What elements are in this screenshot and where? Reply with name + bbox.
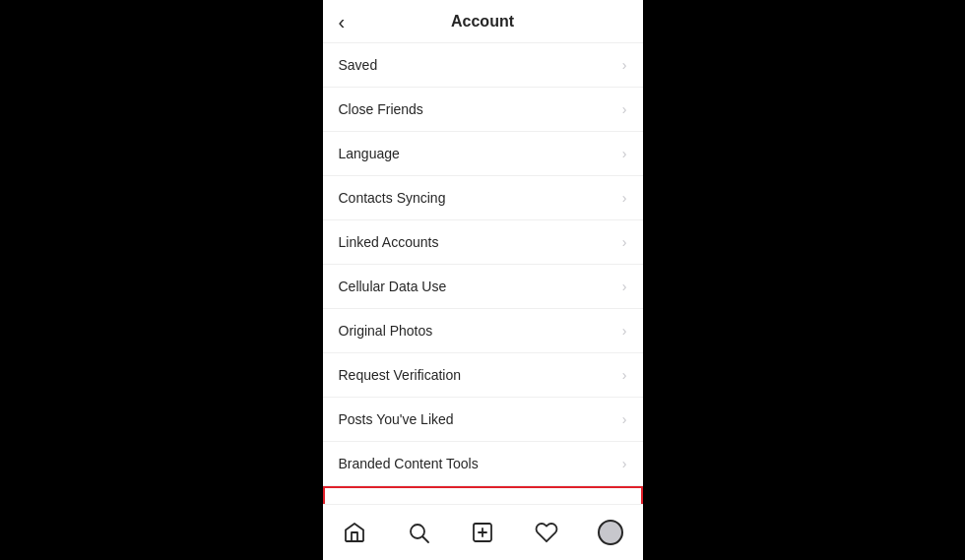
bottom-nav	[323, 504, 643, 560]
nav-activity-button[interactable]	[527, 513, 566, 552]
nav-new-post-button[interactable]	[463, 513, 502, 552]
menu-item-label: Close Friends	[339, 101, 423, 117]
menu-item-cellular-data-use[interactable]: Cellular Data Use ›	[323, 265, 643, 309]
phone-screen: ‹ Account Saved › Close Friends › Langua…	[323, 0, 643, 560]
menu-item-branded-content-tools[interactable]: Branded Content Tools ›	[323, 442, 643, 486]
chevron-icon: ›	[622, 279, 627, 294]
menu-item-label: Original Photos	[339, 323, 433, 339]
profile-avatar	[598, 520, 623, 545]
nav-profile-button[interactable]	[591, 513, 630, 552]
chevron-icon: ›	[622, 323, 627, 339]
menu-item-label: Request Verification	[339, 367, 462, 383]
menu-item-label: Posts You've Liked	[339, 411, 454, 427]
menu-item-language[interactable]: Language ›	[323, 132, 643, 176]
menu-item-contacts-syncing[interactable]: Contacts Syncing ›	[323, 176, 643, 220]
chevron-icon: ›	[622, 411, 627, 427]
chevron-icon: ›	[622, 456, 627, 471]
nav-home-button[interactable]	[335, 513, 374, 552]
menu-item-original-photos[interactable]: Original Photos ›	[323, 309, 643, 353]
menu-item-posts-youve-liked[interactable]: Posts You've Liked ›	[323, 398, 643, 442]
menu-item-linked-accounts[interactable]: Linked Accounts ›	[323, 220, 643, 265]
chevron-icon: ›	[622, 234, 627, 250]
page-header: ‹ Account	[323, 0, 643, 43]
menu-item-label: Contacts Syncing	[339, 190, 446, 206]
page-title: Account	[451, 13, 514, 31]
nav-search-button[interactable]	[399, 513, 438, 552]
menu-item-close-friends[interactable]: Close Friends ›	[323, 88, 643, 132]
back-button[interactable]: ‹	[339, 12, 346, 31]
menu-item-label: Language	[339, 146, 400, 161]
chevron-icon: ›	[622, 57, 627, 73]
menu-item-label: Linked Accounts	[339, 234, 439, 250]
chevron-icon: ›	[622, 367, 627, 383]
menu-item-label: Saved	[339, 57, 378, 73]
menu-item-label: Cellular Data Use	[339, 279, 447, 294]
menu-item-label: Switch to Professional Account	[341, 502, 529, 504]
menu-item-label: Branded Content Tools	[339, 456, 479, 471]
svg-line-3	[423, 537, 429, 543]
menu-item-saved[interactable]: Saved ›	[323, 43, 643, 88]
chevron-icon: ›	[622, 190, 627, 206]
chevron-icon: ›	[622, 101, 627, 117]
menu-list: Saved › Close Friends › Language › Conta…	[323, 43, 643, 504]
chevron-icon: ›	[622, 146, 627, 161]
menu-item-request-verification[interactable]: Request Verification ›	[323, 353, 643, 398]
menu-item-switch-professional[interactable]: Switch to Professional Account	[323, 486, 643, 504]
